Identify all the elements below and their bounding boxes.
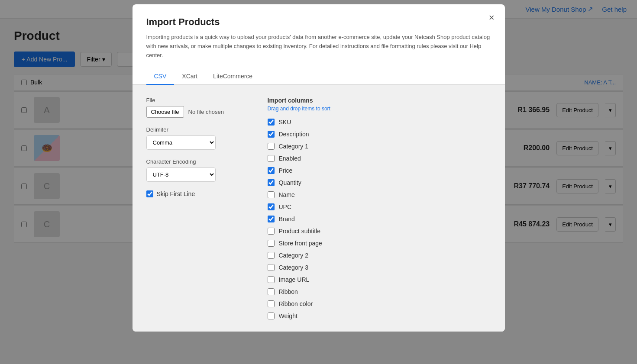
list-item: Store front page — [268, 240, 491, 247]
skip-first-line-checkbox[interactable] — [146, 190, 153, 197]
column-label-price: Price — [279, 167, 293, 174]
tab-csv[interactable]: CSV — [146, 68, 175, 85]
list-item: Ribbon color — [268, 300, 491, 307]
list-item: SKU — [268, 119, 491, 126]
column-label-weight: Weight — [279, 312, 297, 319]
list-item: Name — [268, 191, 491, 198]
file-name-text: No file chosen — [188, 109, 224, 115]
column-checkbox-category3[interactable] — [268, 264, 275, 271]
column-label-enabled: Enabled — [279, 155, 301, 162]
list-item: Price — [268, 167, 491, 174]
modal-title: Import Products — [146, 16, 491, 28]
column-checkbox-quantity[interactable] — [268, 179, 275, 186]
modal-header: Import Products Importing products is a … — [133, 4, 505, 68]
file-section: File Choose file No file chosen — [146, 97, 242, 118]
choose-file-button[interactable]: Choose file — [146, 106, 184, 118]
skip-first-line-row: Skip First Line — [146, 190, 242, 197]
list-item: Brand — [268, 216, 491, 222]
list-item: Category 1 — [268, 143, 491, 150]
column-checkbox-upc[interactable] — [268, 203, 275, 210]
list-item: Product subtitle — [268, 228, 491, 235]
modal-tabs: CSV XCart LiteCommerce — [133, 68, 505, 85]
left-panel: File Choose file No file chosen Delimite… — [146, 97, 242, 319]
column-label-brand: Brand — [279, 216, 295, 222]
encoding-select[interactable]: UTF-8 UTF-16 ISO-8859-1 — [146, 168, 216, 182]
column-checkbox-category2[interactable] — [268, 252, 275, 259]
column-label-quantity: Quantity — [279, 179, 301, 186]
column-label-ribbon-color: Ribbon color — [279, 300, 313, 307]
column-label-category2: Category 2 — [279, 252, 308, 259]
list-item: Category 3 — [268, 264, 491, 271]
column-label-description: Description — [279, 131, 309, 138]
column-label-category3: Category 3 — [279, 264, 308, 271]
list-item: Enabled — [268, 155, 491, 162]
column-list: SKU Description Category 1 Enabled — [268, 119, 491, 319]
column-checkbox-image-url[interactable] — [268, 276, 275, 283]
list-item: Description — [268, 131, 491, 138]
delimiter-select[interactable]: Comma Semicolon Tab — [146, 135, 216, 150]
import-columns-title: Import columns — [268, 97, 491, 104]
encoding-label: Character Encoding — [146, 158, 242, 165]
column-checkbox-ribbon[interactable] — [268, 288, 275, 295]
column-checkbox-store-front-page[interactable] — [268, 240, 275, 247]
column-checkbox-category1[interactable] — [268, 143, 275, 150]
column-label-upc: UPC — [279, 203, 292, 210]
column-checkbox-product-subtitle[interactable] — [268, 228, 275, 235]
column-label-ribbon: Ribbon — [279, 288, 298, 295]
column-label-category1: Category 1 — [279, 143, 308, 150]
import-columns-hint: Drag and drop items to sort — [268, 106, 491, 112]
close-button[interactable]: × — [489, 13, 495, 23]
delimiter-section: Delimiter Comma Semicolon Tab — [146, 126, 242, 150]
modal-body: File Choose file No file chosen Delimite… — [133, 85, 505, 332]
tab-xcart[interactable]: XCart — [174, 68, 205, 85]
column-checkbox-name[interactable] — [268, 191, 275, 198]
column-checkbox-description[interactable] — [268, 131, 275, 138]
column-label-product-subtitle: Product subtitle — [279, 228, 321, 235]
list-item: Quantity — [268, 179, 491, 186]
column-label-name: Name — [279, 191, 295, 198]
skip-first-line-label: Skip First Line — [157, 190, 195, 197]
list-item: UPC — [268, 203, 491, 210]
column-checkbox-enabled[interactable] — [268, 155, 275, 162]
modal-description: Importing products is a quick way to upl… — [146, 33, 491, 60]
encoding-section: Character Encoding UTF-8 UTF-16 ISO-8859… — [146, 158, 242, 182]
list-item: Ribbon — [268, 288, 491, 295]
column-checkbox-ribbon-color[interactable] — [268, 300, 275, 307]
column-label-image-url: Image URL — [279, 276, 310, 283]
file-row: Choose file No file chosen — [146, 106, 242, 118]
column-checkbox-sku[interactable] — [268, 119, 275, 126]
import-products-modal: Import Products Importing products is a … — [133, 4, 505, 332]
list-item: Weight — [268, 312, 491, 319]
list-item: Category 2 — [268, 252, 491, 259]
delimiter-label: Delimiter — [146, 126, 242, 133]
column-checkbox-brand[interactable] — [268, 216, 275, 222]
column-label-sku: SKU — [279, 119, 291, 126]
right-panel: Import columns Drag and drop items to so… — [268, 97, 491, 319]
file-label: File — [146, 97, 242, 103]
tab-litecommerce[interactable]: LiteCommerce — [205, 68, 260, 85]
column-checkbox-price[interactable] — [268, 167, 275, 174]
list-item: Image URL — [268, 276, 491, 283]
column-label-store-front-page: Store front page — [279, 240, 322, 247]
column-checkbox-weight[interactable] — [268, 312, 275, 319]
